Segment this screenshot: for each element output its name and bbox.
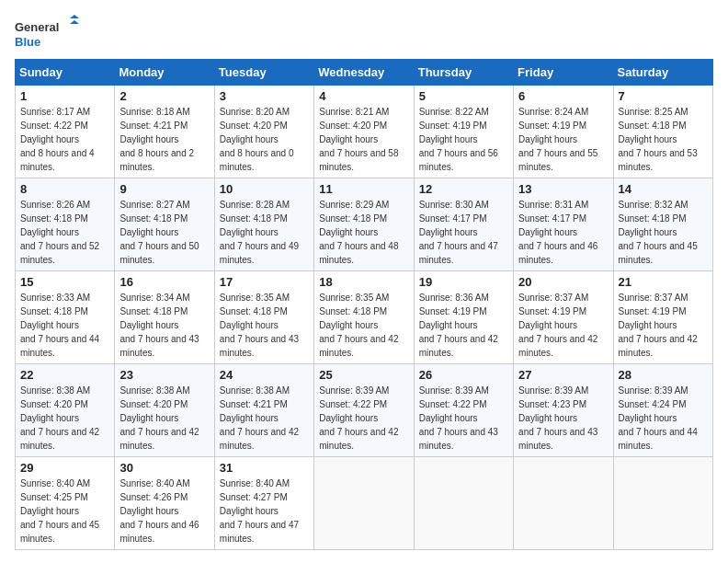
- calendar-cell: 25 Sunrise: 8:39 AM Sunset: 4:22 PM Dayl…: [314, 364, 414, 457]
- logo-svg: General Blue: [15, 15, 79, 52]
- calendar-cell: 16 Sunrise: 8:34 AM Sunset: 4:18 PM Dayl…: [115, 271, 214, 364]
- day-number: 7: [619, 89, 708, 103]
- day-info: Sunrise: 8:22 AM Sunset: 4:19 PM Dayligh…: [419, 105, 508, 174]
- weekday-header-saturday: Saturday: [613, 60, 712, 86]
- svg-text:General: General: [15, 20, 59, 34]
- day-info: Sunrise: 8:38 AM Sunset: 4:20 PM Dayligh…: [20, 384, 109, 453]
- day-info: Sunrise: 8:39 AM Sunset: 4:22 PM Dayligh…: [319, 384, 408, 453]
- day-info: Sunrise: 8:39 AM Sunset: 4:23 PM Dayligh…: [518, 384, 608, 453]
- weekday-header-wednesday: Wednesday: [314, 60, 414, 86]
- calendar-cell: 5 Sunrise: 8:22 AM Sunset: 4:19 PM Dayli…: [414, 86, 513, 178]
- day-number: 22: [20, 368, 109, 382]
- day-number: 18: [319, 275, 408, 289]
- calendar-cell: 27 Sunrise: 8:39 AM Sunset: 4:23 PM Dayl…: [514, 364, 613, 457]
- calendar-cell: [314, 457, 414, 550]
- calendar-cell: 10 Sunrise: 8:28 AM Sunset: 4:18 PM Dayl…: [214, 178, 313, 271]
- calendar-cell: [613, 457, 712, 550]
- day-number: 8: [20, 182, 109, 196]
- calendar-week-5: 29 Sunrise: 8:40 AM Sunset: 4:25 PM Dayl…: [16, 457, 713, 550]
- day-number: 24: [220, 368, 309, 382]
- day-info: Sunrise: 8:17 AM Sunset: 4:22 PM Dayligh…: [20, 105, 109, 174]
- calendar-cell: 12 Sunrise: 8:30 AM Sunset: 4:17 PM Dayl…: [414, 178, 513, 271]
- day-number: 20: [518, 275, 608, 289]
- day-number: 1: [20, 89, 109, 103]
- day-info: Sunrise: 8:20 AM Sunset: 4:20 PM Dayligh…: [220, 105, 309, 174]
- day-number: 26: [419, 368, 508, 382]
- day-number: 4: [319, 89, 408, 103]
- day-info: Sunrise: 8:26 AM Sunset: 4:18 PM Dayligh…: [20, 198, 109, 267]
- day-info: Sunrise: 8:31 AM Sunset: 4:17 PM Dayligh…: [518, 198, 608, 267]
- day-number: 11: [319, 182, 408, 196]
- day-info: Sunrise: 8:40 AM Sunset: 4:26 PM Dayligh…: [119, 477, 209, 546]
- weekday-header-tuesday: Tuesday: [214, 60, 313, 86]
- day-info: Sunrise: 8:27 AM Sunset: 4:18 PM Dayligh…: [119, 198, 209, 267]
- day-number: 19: [419, 275, 508, 289]
- day-info: Sunrise: 8:39 AM Sunset: 4:24 PM Dayligh…: [619, 384, 708, 453]
- day-number: 27: [518, 368, 608, 382]
- calendar-cell: 2 Sunrise: 8:18 AM Sunset: 4:21 PM Dayli…: [115, 86, 214, 178]
- day-info: Sunrise: 8:34 AM Sunset: 4:18 PM Dayligh…: [119, 291, 209, 360]
- day-number: 12: [419, 182, 508, 196]
- day-info: Sunrise: 8:40 AM Sunset: 4:27 PM Dayligh…: [220, 477, 309, 546]
- svg-text:Blue: Blue: [15, 35, 40, 49]
- day-number: 30: [119, 461, 209, 475]
- calendar-cell: 14 Sunrise: 8:32 AM Sunset: 4:18 PM Dayl…: [613, 178, 712, 271]
- calendar-week-1: 1 Sunrise: 8:17 AM Sunset: 4:22 PM Dayli…: [16, 86, 713, 178]
- day-number: 5: [419, 89, 508, 103]
- calendar-cell: 31 Sunrise: 8:40 AM Sunset: 4:27 PM Dayl…: [214, 457, 313, 550]
- svg-marker-2: [70, 15, 79, 18]
- day-number: 10: [220, 182, 309, 196]
- day-info: Sunrise: 8:40 AM Sunset: 4:25 PM Dayligh…: [20, 477, 109, 546]
- calendar-cell: 18 Sunrise: 8:35 AM Sunset: 4:18 PM Dayl…: [314, 271, 414, 364]
- day-info: Sunrise: 8:38 AM Sunset: 4:20 PM Dayligh…: [119, 384, 209, 453]
- day-info: Sunrise: 8:28 AM Sunset: 4:18 PM Dayligh…: [220, 198, 309, 267]
- day-number: 2: [119, 89, 209, 103]
- day-number: 14: [619, 182, 708, 196]
- day-info: Sunrise: 8:21 AM Sunset: 4:20 PM Dayligh…: [319, 105, 408, 174]
- day-info: Sunrise: 8:37 AM Sunset: 4:19 PM Dayligh…: [619, 291, 708, 360]
- day-info: Sunrise: 8:36 AM Sunset: 4:19 PM Dayligh…: [419, 291, 508, 360]
- day-info: Sunrise: 8:24 AM Sunset: 4:19 PM Dayligh…: [518, 105, 608, 174]
- day-number: 16: [119, 275, 209, 289]
- day-info: Sunrise: 8:38 AM Sunset: 4:21 PM Dayligh…: [220, 384, 309, 453]
- day-info: Sunrise: 8:18 AM Sunset: 4:21 PM Dayligh…: [119, 105, 209, 174]
- weekday-header-friday: Friday: [514, 60, 613, 86]
- page-header: General Blue: [15, 15, 713, 52]
- day-number: 15: [20, 275, 109, 289]
- day-info: Sunrise: 8:30 AM Sunset: 4:17 PM Dayligh…: [419, 198, 508, 267]
- day-number: 28: [619, 368, 708, 382]
- calendar-cell: 22 Sunrise: 8:38 AM Sunset: 4:20 PM Dayl…: [16, 364, 115, 457]
- day-number: 3: [220, 89, 309, 103]
- calendar-cell: 6 Sunrise: 8:24 AM Sunset: 4:19 PM Dayli…: [514, 86, 613, 178]
- calendar-cell: 24 Sunrise: 8:38 AM Sunset: 4:21 PM Dayl…: [214, 364, 313, 457]
- calendar-cell: 23 Sunrise: 8:38 AM Sunset: 4:20 PM Dayl…: [115, 364, 214, 457]
- weekday-header-monday: Monday: [115, 60, 214, 86]
- calendar-cell: 3 Sunrise: 8:20 AM Sunset: 4:20 PM Dayli…: [214, 86, 313, 178]
- calendar-cell: 4 Sunrise: 8:21 AM Sunset: 4:20 PM Dayli…: [314, 86, 414, 178]
- day-number: 23: [119, 368, 209, 382]
- calendar-cell: 20 Sunrise: 8:37 AM Sunset: 4:19 PM Dayl…: [514, 271, 613, 364]
- calendar-cell: 8 Sunrise: 8:26 AM Sunset: 4:18 PM Dayli…: [16, 178, 115, 271]
- day-number: 9: [119, 182, 209, 196]
- day-number: 29: [20, 461, 109, 475]
- day-info: Sunrise: 8:25 AM Sunset: 4:18 PM Dayligh…: [619, 105, 708, 174]
- day-number: 13: [518, 182, 608, 196]
- day-info: Sunrise: 8:37 AM Sunset: 4:19 PM Dayligh…: [518, 291, 608, 360]
- calendar-cell: 13 Sunrise: 8:31 AM Sunset: 4:17 PM Dayl…: [514, 178, 613, 271]
- calendar-cell: 7 Sunrise: 8:25 AM Sunset: 4:18 PM Dayli…: [613, 86, 712, 178]
- day-info: Sunrise: 8:35 AM Sunset: 4:18 PM Dayligh…: [220, 291, 309, 360]
- calendar-cell: 30 Sunrise: 8:40 AM Sunset: 4:26 PM Dayl…: [115, 457, 214, 550]
- day-number: 21: [619, 275, 708, 289]
- day-number: 31: [220, 461, 309, 475]
- day-number: 25: [319, 368, 408, 382]
- calendar-cell: 1 Sunrise: 8:17 AM Sunset: 4:22 PM Dayli…: [16, 86, 115, 178]
- calendar-cell: [514, 457, 613, 550]
- calendar-cell: 21 Sunrise: 8:37 AM Sunset: 4:19 PM Dayl…: [613, 271, 712, 364]
- day-info: Sunrise: 8:39 AM Sunset: 4:22 PM Dayligh…: [419, 384, 508, 453]
- day-info: Sunrise: 8:35 AM Sunset: 4:18 PM Dayligh…: [319, 291, 408, 360]
- calendar-cell: [414, 457, 513, 550]
- calendar-cell: 26 Sunrise: 8:39 AM Sunset: 4:22 PM Dayl…: [414, 364, 513, 457]
- calendar-cell: 29 Sunrise: 8:40 AM Sunset: 4:25 PM Dayl…: [16, 457, 115, 550]
- calendar-cell: 17 Sunrise: 8:35 AM Sunset: 4:18 PM Dayl…: [214, 271, 313, 364]
- calendar-cell: 28 Sunrise: 8:39 AM Sunset: 4:24 PM Dayl…: [613, 364, 712, 457]
